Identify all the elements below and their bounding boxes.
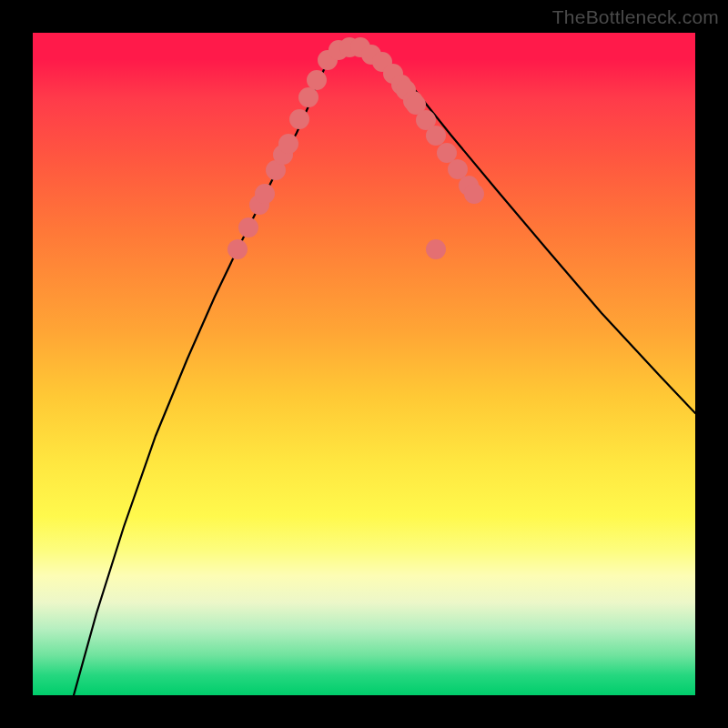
highlight-dot	[298, 87, 318, 107]
highlight-dot	[238, 217, 258, 238]
highlight-dot	[448, 159, 468, 179]
highlight-dot	[307, 70, 327, 90]
plot-area	[33, 33, 695, 695]
highlight-dot	[426, 126, 446, 146]
highlight-dot	[255, 184, 275, 204]
highlight-dot	[278, 134, 298, 154]
watermark-text: TheBottleneck.com	[552, 6, 719, 28]
highlight-dots	[228, 37, 484, 259]
highlight-dot	[228, 239, 248, 259]
highlight-dot	[426, 239, 446, 259]
highlight-dot	[437, 143, 457, 163]
highlight-dot	[289, 109, 309, 129]
bottleneck-curve	[74, 47, 695, 695]
curve-layer	[33, 33, 695, 695]
highlight-dot	[464, 184, 484, 204]
chart-stage: TheBottleneck.com	[0, 0, 728, 728]
